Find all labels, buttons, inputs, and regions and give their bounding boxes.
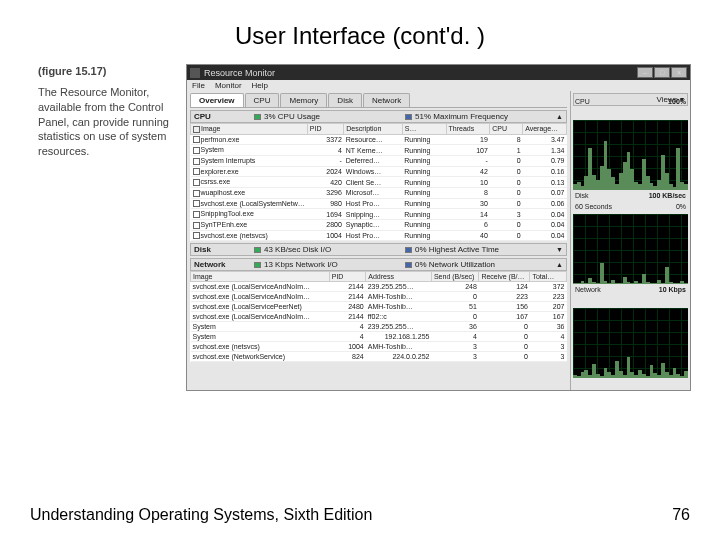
checkbox-icon[interactable] bbox=[193, 158, 200, 165]
column-header[interactable]: Total… bbox=[530, 272, 567, 282]
cell: 36 bbox=[530, 322, 567, 332]
maximize-button[interactable]: □ bbox=[654, 67, 670, 78]
table-row[interactable]: svchost.exe (LocalServiceAndNoIm…2144ff0… bbox=[191, 312, 567, 322]
cell: Running bbox=[402, 177, 446, 188]
column-header[interactable]: Image bbox=[191, 272, 330, 282]
menu-help[interactable]: Help bbox=[252, 81, 268, 90]
table-row[interactable]: explorer.exe2024Windows…Running4200.16 bbox=[191, 166, 567, 177]
table-row[interactable]: csrss.exe420Client Se…Running1000.13 bbox=[191, 177, 567, 188]
network-chart-wrap: Network 10 Kbps bbox=[573, 297, 688, 388]
tab-memory[interactable]: Memory bbox=[280, 93, 327, 107]
column-header[interactable]: Threads bbox=[446, 124, 490, 135]
column-header[interactable]: PID bbox=[329, 272, 366, 282]
column-header[interactable]: Send (B/sec) bbox=[431, 272, 478, 282]
column-header[interactable]: Description bbox=[344, 124, 402, 135]
checkbox-icon[interactable] bbox=[193, 136, 200, 143]
table-row[interactable]: perfmon.exe3372Resource…Running1983.47 bbox=[191, 134, 567, 145]
tab-disk[interactable]: Disk bbox=[328, 93, 362, 107]
cell: System bbox=[191, 145, 308, 156]
table-row[interactable]: svchost.exe (LocalSystemNetwo…980Host Pr… bbox=[191, 198, 567, 209]
cell: svchost.exe (netsvcs) bbox=[191, 342, 330, 352]
cell: explorer.exe bbox=[191, 166, 308, 177]
disk-section-header[interactable]: Disk 43 KB/sec Disk I/O 0% Highest Activ… bbox=[190, 243, 567, 256]
network-section-header[interactable]: Network 13 Kbps Network I/O 0% Network U… bbox=[190, 258, 567, 271]
cell: 42 bbox=[446, 166, 490, 177]
cell: perfmon.exe bbox=[191, 134, 308, 145]
minimize-button[interactable]: – bbox=[637, 67, 653, 78]
cell: 4 bbox=[431, 332, 478, 342]
disk-chart bbox=[573, 214, 688, 284]
network-table[interactable]: ImagePIDAddressSend (B/sec)Receive (B/…T… bbox=[190, 271, 567, 362]
tab-overview[interactable]: Overview bbox=[190, 93, 244, 107]
table-row[interactable]: svchost.exe (NetworkService)824224.0.0.2… bbox=[191, 352, 567, 362]
cpu-chart-value: 100% bbox=[668, 98, 686, 105]
table-row[interactable]: SynTPEnh.exe2800Synaptic…Running600.04 bbox=[191, 219, 567, 230]
cell: 2144 bbox=[329, 292, 366, 302]
chevron-up-icon[interactable]: ▲ bbox=[556, 261, 563, 268]
cell: 3.47 bbox=[523, 134, 567, 145]
cell: Synaptic… bbox=[344, 219, 402, 230]
checkbox-icon[interactable] bbox=[193, 179, 200, 186]
cell: 2144 bbox=[329, 312, 366, 322]
figure-caption: (figure 15.17) The Resource Monitor, ava… bbox=[38, 64, 178, 391]
cell: 3372 bbox=[307, 134, 344, 145]
checkbox-icon[interactable] bbox=[193, 222, 200, 229]
table-row[interactable]: System4NT Kerne…Running10711.34 bbox=[191, 145, 567, 156]
cell: 4 bbox=[530, 332, 567, 342]
cell: 14 bbox=[446, 209, 490, 220]
checkbox-icon[interactable] bbox=[193, 200, 200, 207]
cell: 19 bbox=[446, 134, 490, 145]
cell: - bbox=[446, 155, 490, 166]
checkbox-icon[interactable] bbox=[193, 147, 200, 154]
cell: 167 bbox=[479, 312, 530, 322]
cell: 0 bbox=[490, 177, 523, 188]
disk-chart-value: 100 KB/sec bbox=[649, 192, 686, 199]
cpu-section-header[interactable]: CPU 3% CPU Usage 51% Maximum Frequency ▲ bbox=[190, 110, 567, 123]
column-header[interactable]: CPU bbox=[490, 124, 523, 135]
net-io-icon bbox=[254, 262, 261, 268]
chevron-down-icon[interactable]: ▼ bbox=[556, 246, 563, 253]
table-row[interactable]: svchost.exe (netsvcs)1004AMH-Toshib…303 bbox=[191, 342, 567, 352]
table-row[interactable]: System4192.168.1.255404 bbox=[191, 332, 567, 342]
cell: AMH-Toshib… bbox=[366, 292, 432, 302]
checkbox-icon[interactable] bbox=[193, 168, 200, 175]
cpu-table[interactable]: ImagePIDDescriptionS…ThreadsCPUAverage…p… bbox=[190, 123, 567, 241]
disk-active-icon bbox=[405, 247, 412, 253]
menu-file[interactable]: File bbox=[192, 81, 205, 90]
checkbox-icon[interactable] bbox=[193, 126, 200, 133]
cell: 107 bbox=[446, 145, 490, 156]
table-row[interactable]: SnippingTool.exe1694Snipping…Running1430… bbox=[191, 209, 567, 220]
cell: 0 bbox=[490, 198, 523, 209]
table-row[interactable]: System4239.255.255…36036 bbox=[191, 322, 567, 332]
chevron-up-icon[interactable]: ▲ bbox=[556, 113, 563, 120]
column-header[interactable]: Address bbox=[366, 272, 432, 282]
table-row[interactable]: System Interrupts-Deferred…Running-00.79 bbox=[191, 155, 567, 166]
column-header[interactable]: Average… bbox=[523, 124, 567, 135]
table-row[interactable]: svchost.exe (LocalServicePeerNet)2480AMH… bbox=[191, 302, 567, 312]
titlebar[interactable]: Resource Monitor – □ × bbox=[187, 65, 690, 80]
slide-title: User Interface (cont'd. ) bbox=[0, 22, 720, 50]
cpu-usage-icon bbox=[254, 114, 261, 120]
cell: 0 bbox=[479, 322, 530, 332]
menu-monitor[interactable]: Monitor bbox=[215, 81, 242, 90]
tab-cpu[interactable]: CPU bbox=[245, 93, 280, 107]
cell: 239.255.255… bbox=[366, 322, 432, 332]
close-button[interactable]: × bbox=[671, 67, 687, 78]
column-header[interactable]: PID bbox=[307, 124, 344, 135]
table-row[interactable]: svchost.exe (LocalServiceAndNoIm…2144AMH… bbox=[191, 292, 567, 302]
cell: svchost.exe (LocalServiceAndNoIm… bbox=[191, 292, 330, 302]
cell: Running bbox=[402, 198, 446, 209]
column-header[interactable]: Image bbox=[191, 124, 308, 135]
checkbox-icon[interactable] bbox=[193, 190, 200, 197]
cell: svchost.exe (LocalServiceAndNoIm… bbox=[191, 282, 330, 292]
table-row[interactable]: svchost.exe (netsvcs)1004Host Pro…Runnin… bbox=[191, 230, 567, 241]
checkbox-icon[interactable] bbox=[193, 232, 200, 239]
network-label: Network bbox=[194, 260, 254, 269]
table-row[interactable]: svchost.exe (LocalServiceAndNoIm…2144239… bbox=[191, 282, 567, 292]
tab-network[interactable]: Network bbox=[363, 93, 410, 107]
column-header[interactable]: Receive (B/… bbox=[479, 272, 530, 282]
column-header[interactable]: S… bbox=[402, 124, 446, 135]
menubar[interactable]: File Monitor Help bbox=[187, 80, 690, 91]
checkbox-icon[interactable] bbox=[193, 211, 200, 218]
table-row[interactable]: wuapihost.exe3296Microsof…Running800.07 bbox=[191, 187, 567, 198]
